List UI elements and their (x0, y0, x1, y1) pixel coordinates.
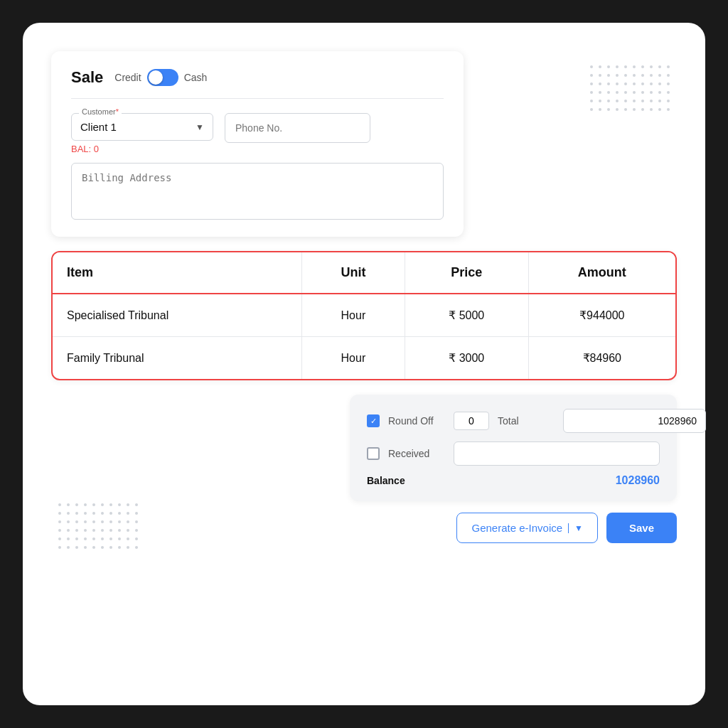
customer-row: Customer* Client 1 ▼ BAL: 0 (71, 113, 444, 154)
balance-value: 1028960 (432, 474, 660, 487)
sale-title: Sale (71, 68, 103, 87)
row-item: Specialised Tribunal (53, 294, 301, 337)
header-amount: Amount (528, 252, 675, 294)
table-row: Specialised Tribunal Hour ₹ 5000 ₹944000 (53, 294, 675, 337)
credit-label: Credit (114, 72, 141, 83)
toggle-knob (149, 70, 163, 85)
round-off-input[interactable] (454, 412, 489, 430)
received-checkbox[interactable] (367, 447, 380, 460)
dot-pattern-bottom-left: const dp2 = document.currentScript.paren… (58, 503, 138, 549)
total-value-input[interactable] (563, 409, 706, 433)
cash-label: Cash (184, 72, 208, 83)
dot-pattern-top-right: const dp1 = document.currentScript.paren… (590, 65, 670, 111)
payment-toggle-switch[interactable] (147, 69, 178, 86)
row-item: Family Tribunal (53, 337, 301, 380)
received-label: Received (388, 448, 445, 459)
table-row: Family Tribunal Hour ₹ 3000 ₹84960 (53, 337, 675, 380)
customer-group: Customer* Client 1 ▼ BAL: 0 (71, 113, 213, 154)
phone-input[interactable] (225, 113, 370, 143)
checkmark-icon: ✓ (370, 417, 377, 426)
action-section: Generate e-Invoice ▼ Save (456, 513, 677, 543)
generate-invoice-button[interactable]: Generate e-Invoice ▼ (456, 513, 597, 543)
bottom-section: const dp2 = document.currentScript.paren… (51, 395, 677, 543)
generate-invoice-label: Generate e-Invoice (471, 522, 562, 534)
chevron-down-icon: ▼ (196, 122, 204, 132)
balance-summary-label: Balance (367, 475, 424, 486)
row-price: ₹ 3000 (405, 337, 528, 380)
balance-label: BAL: 0 (71, 144, 213, 154)
customer-value: Client 1 (80, 121, 117, 133)
sale-header: Sale Credit Cash (71, 68, 444, 99)
save-button[interactable]: Save (606, 513, 677, 543)
customer-field-wrapper[interactable]: Customer* Client 1 ▼ (71, 113, 213, 141)
round-off-checkbox[interactable]: ✓ (367, 414, 380, 427)
header-unit: Unit (301, 252, 405, 294)
round-off-row: ✓ Round Off Total (367, 409, 660, 433)
row-price: ₹ 5000 (405, 294, 528, 337)
received-value-input[interactable] (454, 441, 660, 466)
sale-form: Customer* Client 1 ▼ BAL: 0 (71, 113, 444, 220)
row-amount: ₹84960 (528, 337, 675, 380)
customer-field-label: Customer* (79, 107, 122, 116)
header-item: Item (53, 252, 301, 294)
billing-address-input[interactable] (71, 163, 444, 220)
sale-card: Sale Credit Cash Customer* Client 1 (51, 51, 464, 237)
summary-card: ✓ Round Off Total Received Balance 10289… (350, 395, 677, 501)
main-container: const dp1 = document.currentScript.paren… (23, 23, 705, 705)
header-price: Price (405, 252, 528, 294)
total-label: Total (498, 415, 555, 427)
round-off-label: Round Off (388, 415, 445, 427)
row-unit: Hour (301, 294, 405, 337)
payment-toggle-group: Credit Cash (114, 69, 207, 86)
balance-row: Balance 1028960 (367, 474, 660, 487)
customer-select-row: Client 1 ▼ (80, 121, 204, 133)
dropdown-arrow-icon[interactable]: ▼ (568, 523, 583, 533)
row-unit: Hour (301, 337, 405, 380)
items-table-wrapper: Item Unit Price Amount Specialised Tribu… (51, 251, 677, 380)
table-header-row: Item Unit Price Amount (53, 252, 675, 294)
row-amount: ₹944000 (528, 294, 675, 337)
items-table: Item Unit Price Amount Specialised Tribu… (53, 252, 675, 379)
received-row: Received (367, 441, 660, 466)
